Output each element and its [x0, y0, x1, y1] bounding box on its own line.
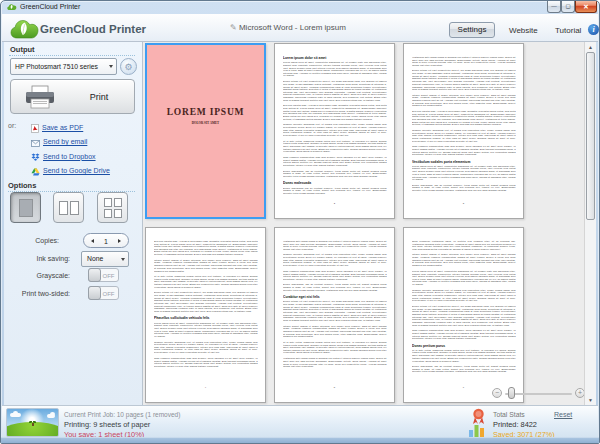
page-number: 2	[317, 202, 353, 205]
page-text: Vestibulum ante ipsum primis in faucibus…	[412, 56, 516, 195]
cover-subtitle: DOLOR SIT AMET	[179, 121, 232, 125]
close-button[interactable]: ✕	[575, 1, 597, 13]
output-link-label[interactable]: Send by email	[43, 138, 87, 145]
app-title: GreenCloud Printer	[40, 23, 146, 35]
copies-value: 1	[84, 238, 128, 245]
layout-4up-button[interactable]	[97, 192, 128, 223]
scroll-up-icon[interactable]: ▲	[585, 42, 596, 52]
ink-saving-select[interactable]: None	[81, 251, 129, 267]
document-title: ✎ Microsoft Word - Lorem ipsum	[230, 23, 346, 32]
zoom-slider-track[interactable]	[505, 393, 572, 395]
two-sided-label: Print two-sided:	[4, 290, 70, 297]
ink-saving-label: Ink saving:	[4, 255, 70, 262]
title-bar[interactable]: GreenCloud Printer — ▢ ✕	[1, 1, 599, 14]
window-title: GreenCloud Printer	[20, 3, 80, 10]
page-thumbnail-2[interactable]: Lorem ipsum dolor sit ametLorem ipsum do…	[274, 43, 395, 219]
reset-link[interactable]: Reset	[554, 411, 572, 418]
zoom-slider-thumb[interactable]	[508, 387, 515, 399]
cover-title: LOREM IPSUM	[147, 107, 264, 117]
app-icon	[7, 3, 17, 11]
output-link-email[interactable]: Send by email	[31, 136, 87, 148]
quantity-stepper[interactable]: 1	[83, 233, 129, 248]
pencil-icon: ✎	[230, 23, 237, 32]
layout-1up-button[interactable]	[10, 192, 41, 223]
output-label: Output	[10, 45, 35, 54]
tutorial-link[interactable]: Tutorial	[555, 26, 581, 35]
zoom-out-icon[interactable]: −	[492, 388, 502, 398]
page-thumbnail-cover-removed[interactable]: LOREM IPSUMDOLOR SIT AMET	[145, 43, 266, 219]
scrollbar-thumb[interactable]	[586, 52, 595, 220]
status-bar: Current Print Job: 10 pages (1 removed) …	[2, 405, 598, 439]
page-text: Lorem ipsum dolor sit ametLorem ipsum do…	[283, 56, 387, 198]
page-thumbnail-5[interactable]: Vestibulum ante ipsum primis in faucibus…	[274, 227, 395, 403]
output-link-dropbox[interactable]: Send to Dropbox	[31, 150, 96, 162]
scroll-down-icon[interactable]: ▼	[585, 395, 596, 405]
chevron-down-icon	[109, 65, 113, 68]
page-thumbnail-6[interactable]: Nunc commodo vestibulum ligula, eu portt…	[403, 227, 524, 403]
sidebar: Output HP Photosmart 7510 series ⚙ Print…	[4, 42, 142, 405]
minimize-button[interactable]: —	[547, 1, 561, 13]
greencloud-logo-icon	[10, 17, 40, 41]
page-number: 6	[446, 386, 482, 389]
page-number: 5	[317, 386, 353, 389]
gear-icon[interactable]: ⚙	[120, 58, 137, 75]
page-text: Vestibulum ante ipsum primis in faucibus…	[283, 240, 387, 371]
chevron-down-icon	[121, 258, 125, 261]
increment-icon[interactable]	[118, 239, 121, 243]
page-thumbnail-3[interactable]: Vestibulum ante ipsum primis in faucibus…	[403, 43, 524, 219]
grayscale-toggle[interactable]: OFF	[88, 268, 119, 282]
vertical-scrollbar[interactable]: ▲ ▼	[584, 42, 596, 405]
page-text: Nunc commodo vestibulum ligula, eu portt…	[412, 240, 516, 376]
printer-select[interactable]: HP Photosmart 7510 series	[10, 58, 117, 75]
output-link-google-drive[interactable]: Send to Google Drive	[31, 165, 110, 177]
window-frame-bottom	[1, 437, 599, 443]
page-number: 4	[188, 386, 224, 389]
current-job-line: Current Print Job: 10 pages (1 removed)	[64, 411, 180, 418]
page-number: 3	[446, 202, 482, 205]
page-text: Sed non lobortis nibh. Aenean in sceleri…	[154, 240, 258, 371]
output-link-label[interactable]: Send to Google Drive	[43, 167, 110, 174]
print-button[interactable]: Print	[10, 79, 135, 114]
bar-chart-icon	[468, 423, 486, 438]
layout-2up-button[interactable]	[53, 192, 84, 223]
google-drive-icon	[31, 162, 40, 180]
total-stats-label: Total Stats	[493, 411, 525, 418]
zoom-slider[interactable]: − +	[492, 386, 585, 400]
settings-button[interactable]: Settings	[449, 22, 495, 38]
copies-label: Copies:	[4, 237, 59, 244]
info-icon[interactable]: i	[588, 24, 599, 35]
printer-icon	[25, 85, 55, 110]
preview-area: LOREM IPSUMDOLOR SIT AMETLorem ipsum dol…	[142, 42, 596, 405]
printed-line: Printed: 8422	[493, 420, 537, 429]
options-label: Options	[8, 181, 36, 190]
maximize-button[interactable]: ▢	[561, 1, 575, 13]
or-label: or:	[8, 122, 16, 129]
website-link[interactable]: Website	[509, 26, 538, 35]
app-window: GreenCloud Printer — ▢ ✕ GreenCloud Prin…	[0, 0, 600, 444]
grayscale-label: Grayscale:	[4, 272, 70, 279]
printing-line: Printing: 9 sheets of paper	[64, 420, 150, 429]
header-bar: GreenCloud Printer ✎ Microsoft Word - Lo…	[2, 14, 598, 42]
output-link-label[interactable]: Save as PDF	[42, 124, 83, 131]
landscape-image	[6, 408, 59, 437]
output-link-label[interactable]: Send to Dropbox	[43, 153, 96, 160]
print-button-label: Print	[69, 92, 129, 102]
two-sided-toggle[interactable]: OFF	[88, 286, 119, 300]
page-thumbnail-4[interactable]: Sed non lobortis nibh. Aenean in sceleri…	[145, 227, 266, 403]
